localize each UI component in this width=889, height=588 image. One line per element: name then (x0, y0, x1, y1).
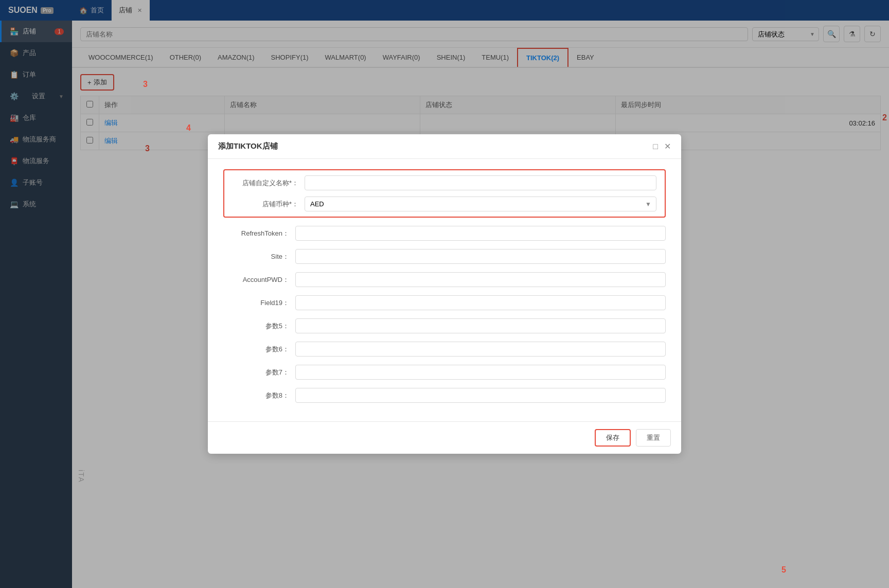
close-modal-icon[interactable]: ✕ (664, 141, 671, 151)
site-input[interactable] (295, 249, 666, 264)
store-custom-name-label: 店铺自定义名称*： (233, 179, 305, 188)
store-custom-name-row: 店铺自定义名称*： (233, 175, 656, 190)
param7-input[interactable] (295, 365, 666, 380)
refresh-token-label: RefreshToken： (223, 229, 295, 238)
param5-label: 参数5： (223, 322, 295, 331)
store-custom-name-input[interactable] (305, 175, 656, 190)
modal-footer: 5 保存 重置 (208, 421, 681, 454)
param8-input[interactable] (295, 388, 666, 403)
param5-row: 参数5： (223, 318, 666, 333)
modal-body: 4 店铺自定义名称*： 店铺币种*： AED (208, 159, 681, 421)
site-label: Site： (223, 252, 295, 261)
add-tiktok-store-modal: 3 添加TIKTOK店铺 □ ✕ 4 店铺自定义名称*： (208, 134, 681, 454)
store-currency-select[interactable]: AED USD EUR GBP JPY CNY (305, 197, 656, 211)
store-currency-row: 店铺币种*： AED USD EUR GBP JPY CNY ▼ (233, 197, 656, 211)
param6-input[interactable] (295, 342, 666, 357)
field19-input[interactable] (295, 295, 666, 310)
field19-row: Field19： (223, 295, 666, 310)
modal-header-icons: □ ✕ (653, 141, 671, 151)
account-pwd-label: AccountPWD： (223, 275, 295, 284)
store-currency-select-wrap: AED USD EUR GBP JPY CNY ▼ (305, 197, 656, 211)
param5-input[interactable] (295, 318, 666, 333)
modal-title: 添加TIKTOK店铺 (218, 141, 278, 151)
maximize-icon[interactable]: □ (653, 142, 658, 151)
refresh-token-row: RefreshToken： (223, 226, 666, 241)
account-pwd-row: AccountPWD： (223, 272, 666, 287)
param6-row: 参数6： (223, 342, 666, 357)
param7-row: 参数7： (223, 365, 666, 380)
required-fields-section: 店铺自定义名称*： 店铺币种*： AED USD EUR GBP (223, 169, 666, 218)
account-pwd-input[interactable] (295, 272, 666, 287)
save-button[interactable]: 保存 (595, 429, 631, 447)
field19-label: Field19： (223, 298, 295, 308)
store-currency-label: 店铺币种*： (233, 200, 305, 209)
param7-label: 参数7： (223, 368, 295, 377)
param8-row: 参数8： (223, 388, 666, 403)
site-row: Site： (223, 249, 666, 264)
modal-header: 3 添加TIKTOK店铺 □ ✕ (208, 134, 681, 159)
param8-label: 参数8： (223, 391, 295, 400)
reset-button[interactable]: 重置 (636, 429, 671, 447)
param6-label: 参数6： (223, 345, 295, 354)
refresh-token-input[interactable] (295, 226, 666, 241)
modal-overlay: 3 添加TIKTOK店铺 □ ✕ 4 店铺自定义名称*： (0, 0, 889, 588)
